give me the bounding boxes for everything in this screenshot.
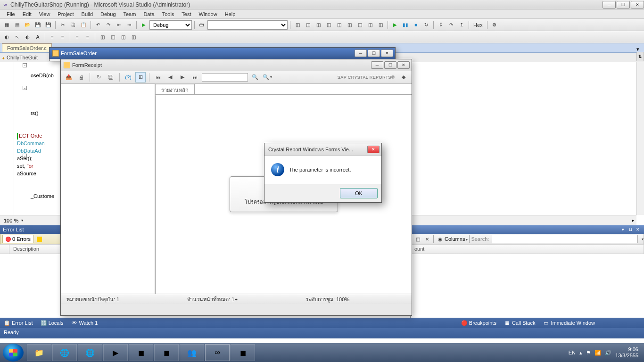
new-project-icon[interactable]: ▦ <box>2 20 11 30</box>
tool-icon[interactable]: ✕ <box>422 234 432 244</box>
params-icon[interactable]: (?) <box>123 72 133 82</box>
columns-button[interactable]: Columns▾ <box>445 236 468 242</box>
undo-icon[interactable]: ↶ <box>93 20 103 30</box>
cut-icon[interactable]: ✂ <box>58 20 67 30</box>
copy-icon[interactable]: ⿻ <box>68 20 78 30</box>
tab-dropdown-icon[interactable]: ▾ <box>635 46 641 52</box>
redo-icon[interactable]: ↷ <box>104 20 113 30</box>
dialog-titlebar[interactable]: Crystal Report Windows Forms Vie... ✕ <box>264 143 381 156</box>
minimize-button[interactable]: ─ <box>355 49 367 57</box>
gh-count[interactable]: ount <box>411 245 644 254</box>
close-button[interactable]: ✕ <box>397 61 410 69</box>
tool-icon[interactable]: ◫ <box>413 234 422 244</box>
search-caret-icon[interactable]: ▾ <box>642 237 644 241</box>
task-vs[interactable]: ∞ <box>205 344 230 361</box>
task-app[interactable]: ◼ <box>154 344 179 361</box>
outline-toggle-icon[interactable]: - <box>23 63 27 67</box>
panel-close-icon[interactable]: ✕ <box>635 226 641 233</box>
continue-icon[interactable]: ▶ <box>390 20 400 30</box>
tool-icon[interactable]: ◫ <box>293 20 302 30</box>
save-all-icon[interactable]: 💾 <box>43 20 53 30</box>
tool-icon[interactable]: ◫ <box>365 20 375 30</box>
print-icon[interactable]: 🖨 <box>76 72 86 82</box>
outdent-icon[interactable]: ≡ <box>58 33 67 42</box>
task-chrome[interactable]: 🌐 <box>52 344 77 361</box>
task-app[interactable]: ◼ <box>231 344 255 361</box>
task-app[interactable]: ◼ <box>129 344 153 361</box>
ext-icon[interactable]: ⚙ <box>490 20 499 30</box>
splitter-icon[interactable]: ⇅ <box>636 52 644 61</box>
doc-tab-formsaleorder[interactable]: FormSaleOrder.c <box>2 43 52 52</box>
nav-class-dropdown[interactable]: ⬥ ChillyTheGuit <box>2 55 38 60</box>
tool-icon[interactable]: ◐ <box>2 33 11 42</box>
tool-icon[interactable]: ◫ <box>345 20 354 30</box>
crystal-group-tree[interactable] <box>61 84 155 294</box>
outline-toggle-icon[interactable]: - <box>23 154 27 158</box>
tab-error-list[interactable]: 📋Error List <box>2 319 35 327</box>
step-icon[interactable]: ↧ <box>436 20 446 30</box>
maximize-button[interactable]: ☐ <box>384 61 396 69</box>
task-mediaplayer[interactable]: ▶ <box>103 344 128 361</box>
tool-icon[interactable]: ◉ <box>435 234 445 244</box>
task-explorer[interactable]: 📁 <box>27 344 51 361</box>
add-item-icon[interactable]: ▤ <box>12 20 22 30</box>
warnings-tab[interactable] <box>34 235 45 243</box>
tray-network-icon[interactable]: 📶 <box>594 350 601 356</box>
tray-lang[interactable]: EN <box>569 350 576 355</box>
menu-debug[interactable]: Debug <box>97 10 119 18</box>
search-input[interactable] <box>492 235 638 243</box>
pause-icon[interactable]: ▮▮ <box>401 20 410 30</box>
bookmark-clear-icon[interactable]: ◫ <box>129 33 138 42</box>
last-page-icon[interactable]: ⏭ <box>190 72 200 82</box>
outline-toggle-icon[interactable]: - <box>23 86 27 90</box>
tool-icon[interactable]: ◫ <box>314 20 323 30</box>
maximize-button[interactable]: ☐ <box>368 49 380 57</box>
restart-icon[interactable]: ↻ <box>421 20 431 30</box>
menu-build[interactable]: Build <box>78 10 97 18</box>
tray-clock[interactable]: 9:06 13/3/2555 <box>615 346 638 359</box>
config-dropdown[interactable]: Debug <box>149 20 192 30</box>
tool-icon[interactable]: ◫ <box>355 20 364 30</box>
tab-callstack[interactable]: ≣Call Stack <box>502 319 537 327</box>
tray-up-icon[interactable]: ▴ <box>579 350 582 356</box>
refresh-icon[interactable]: ↻ <box>93 72 104 82</box>
menu-help[interactable]: Help <box>221 10 239 18</box>
close-button[interactable]: ✕ <box>631 1 644 8</box>
find-dropdown[interactable] <box>207 20 288 30</box>
indent-icon[interactable]: ≡ <box>48 33 57 42</box>
bookmark-prev-icon[interactable]: ◫ <box>108 33 117 42</box>
dialog-close-button[interactable]: ✕ <box>367 146 380 153</box>
formsaleorder-titlebar[interactable]: FormSaleOrder ─ ☐ ✕ <box>50 48 395 59</box>
copy-icon[interactable]: ⿻ <box>106 72 116 82</box>
menu-tools[interactable]: Tools <box>158 10 178 18</box>
open-icon[interactable]: 📂 <box>23 20 32 30</box>
pin-icon[interactable]: ⊔ <box>627 226 634 233</box>
prev-page-icon[interactable]: ◀ <box>165 72 175 82</box>
error-dialog[interactable]: Crystal Report Windows Forms Vie... ✕ i … <box>264 143 382 203</box>
nav-back-icon[interactable]: ⇤ <box>114 20 124 30</box>
errors-tab[interactable]: 0 Errors <box>2 235 34 243</box>
uncomment-icon[interactable]: ≡ <box>83 33 92 42</box>
task-ie[interactable]: 🌐 <box>78 344 102 361</box>
menu-view[interactable]: View <box>35 10 54 18</box>
code-text[interactable]: -oseDB(ob -rs() ECT Orde DbComman DbData… <box>14 62 57 225</box>
tool-icon[interactable]: A <box>33 33 42 42</box>
search-icon[interactable]: 🔍 <box>250 72 260 82</box>
tool-icon[interactable]: ◫ <box>334 20 344 30</box>
menu-window[interactable]: Window <box>195 10 221 18</box>
zoom-level[interactable]: 100 % <box>2 218 20 223</box>
export-icon[interactable]: 📤 <box>64 72 74 82</box>
tool-icon[interactable]: ◫ <box>324 20 333 30</box>
nav-fwd-icon[interactable]: ⇥ <box>124 20 134 30</box>
page-input[interactable] <box>202 73 248 82</box>
bookmark-next-icon[interactable]: ◫ <box>118 33 128 42</box>
db-icon[interactable]: 🗃 <box>197 20 206 30</box>
group-tree-icon[interactable]: ⊞ <box>135 72 146 82</box>
maximize-button[interactable]: ☐ <box>617 1 630 8</box>
paste-icon[interactable]: 📋 <box>79 20 88 30</box>
tool-icon[interactable]: ◐ <box>23 33 32 42</box>
tray-volume-icon[interactable]: 🔊 <box>605 350 611 356</box>
hex-label[interactable]: Hex <box>471 22 485 28</box>
menu-team[interactable]: Team <box>120 10 140 18</box>
tab-watch[interactable]: 👁Watch 1 <box>69 319 99 327</box>
